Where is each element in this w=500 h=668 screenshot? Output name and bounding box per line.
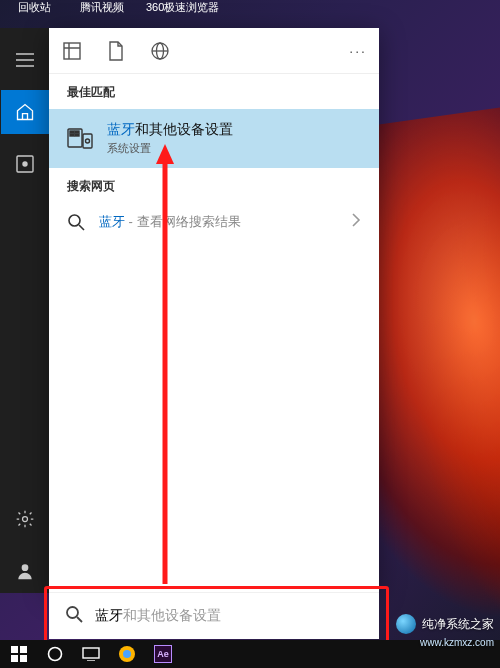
search-icon [67, 213, 85, 231]
search-icon [65, 605, 83, 627]
document-icon [108, 41, 124, 61]
svg-rect-10 [70, 134, 74, 136]
panel-filter-tabs: ··· [49, 28, 379, 74]
svg-point-22 [49, 648, 62, 661]
best-match-label: 最佳匹配 [49, 74, 379, 109]
ae-icon: Ae [154, 645, 172, 663]
hamburger-button[interactable] [1, 38, 49, 82]
hamburger-icon [16, 53, 34, 67]
best-match-title: 蓝牙和其他设备设置 [107, 121, 233, 139]
logo-icon [396, 614, 416, 634]
account-button[interactable] [1, 549, 49, 593]
web-search-label: 搜索网页 [49, 168, 379, 203]
devices-icon [67, 126, 93, 152]
search-bar[interactable]: 蓝牙和其他设备设置 [49, 593, 379, 639]
taskview-button[interactable] [76, 642, 106, 666]
ellipsis-icon: ··· [349, 43, 367, 59]
svg-point-14 [69, 215, 80, 226]
start-sidebar [0, 28, 49, 593]
desktop-icon[interactable]: 回收站 [10, 0, 58, 28]
svg-rect-11 [75, 134, 79, 136]
svg-rect-23 [83, 648, 99, 658]
svg-rect-12 [83, 134, 92, 148]
svg-rect-4 [64, 43, 80, 59]
cortana-button[interactable] [40, 642, 70, 666]
svg-rect-20 [11, 655, 18, 662]
search-results-panel: ··· 最佳匹配 蓝牙和其他设备设置 系统设置 [49, 28, 379, 593]
svg-point-25 [123, 650, 131, 658]
circle-icon [47, 646, 63, 662]
svg-point-15 [67, 607, 78, 618]
svg-point-1 [23, 162, 27, 166]
filter-documents-button[interactable] [105, 40, 127, 62]
svg-point-13 [86, 139, 90, 143]
chevron-right-icon [351, 213, 361, 231]
windows-icon [11, 646, 27, 662]
taskview-icon [82, 647, 100, 661]
svg-rect-21 [20, 655, 27, 662]
home-button[interactable] [1, 90, 49, 134]
library-button[interactable] [1, 142, 49, 186]
desktop-icon[interactable]: 360极速浏览器 [146, 0, 219, 28]
globe-icon [150, 41, 170, 61]
watermark: 纯净系统之家 [396, 614, 494, 634]
screen: 回收站 腾讯视频 360极速浏览器 [0, 0, 500, 668]
square-icon [16, 155, 34, 173]
svg-rect-8 [70, 131, 74, 133]
search-input[interactable]: 蓝牙和其他设备设置 [95, 607, 363, 625]
best-match-text: 蓝牙和其他设备设置 系统设置 [107, 121, 233, 156]
settings-button[interactable] [1, 497, 49, 541]
web-search-item[interactable]: 蓝牙 - 查看网络搜索结果 [49, 203, 379, 241]
watermark-url: www.kzmxz.com [420, 637, 494, 648]
desktop-icons: 回收站 腾讯视频 360极速浏览器 [0, 0, 500, 28]
svg-rect-18 [11, 646, 18, 653]
more-button[interactable]: ··· [349, 43, 367, 59]
svg-point-2 [22, 517, 27, 522]
filter-all-button[interactable] [61, 40, 83, 62]
filter-web-button[interactable] [149, 40, 171, 62]
person-icon [15, 561, 35, 581]
desktop-icon[interactable]: 腾讯视频 [78, 0, 126, 28]
taskbar-app[interactable]: Ae [148, 642, 178, 666]
grid-icon [63, 42, 81, 60]
start-button[interactable] [4, 642, 34, 666]
best-match-item[interactable]: 蓝牙和其他设备设置 系统设置 [49, 109, 379, 168]
best-match-subtitle: 系统设置 [107, 141, 233, 156]
svg-point-3 [21, 564, 28, 571]
taskbar-app[interactable] [112, 642, 142, 666]
svg-rect-19 [20, 646, 27, 653]
home-icon [15, 102, 35, 122]
gear-icon [15, 509, 35, 529]
svg-rect-9 [75, 131, 79, 133]
browser-icon [118, 645, 136, 663]
